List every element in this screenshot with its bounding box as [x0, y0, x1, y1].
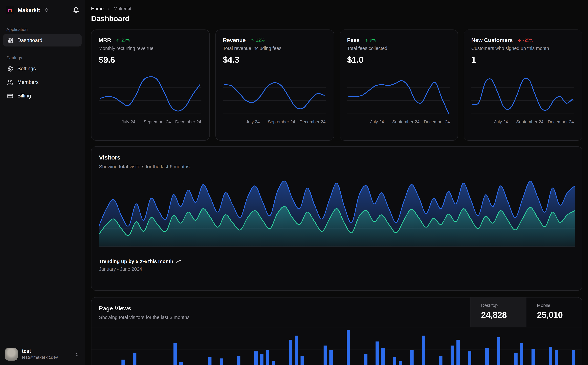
svg-text:December 24: December 24 — [548, 119, 574, 124]
sidebar-item-members[interactable]: Members — [3, 76, 82, 88]
svg-text:December 24: December 24 — [299, 119, 325, 124]
chevrons-up-down-icon — [75, 352, 80, 357]
stat-subtitle: Monthly recurring revenue — [99, 46, 202, 51]
page-views-header: Page Views Showing total visitors for th… — [91, 297, 582, 327]
sidebar-item-label: Dashboard — [17, 37, 42, 43]
app-root: m Makerkit Application Dashboard Setting… — [0, 0, 588, 365]
sidebar-section-settings: Settings — [0, 56, 85, 60]
breadcrumb: Home Makerkit — [91, 0, 582, 11]
user-avatar — [5, 348, 18, 361]
stat-title: New Customers — [471, 37, 513, 43]
chevrons-up-down-icon — [44, 8, 49, 13]
sidebar-item-label: Settings — [17, 66, 36, 71]
workspace-name: Makerkit — [18, 7, 40, 13]
page-views-title: Page Views — [99, 305, 463, 312]
stat-card-mrr: MRR 20% Monthly recurring revenue $9.6 J… — [91, 29, 210, 141]
trend-badge: 12% — [250, 38, 265, 42]
stat-value: 1 — [471, 55, 575, 65]
stat-subtitle: Total revenue including fees — [223, 46, 326, 51]
visitors-title: Visitors — [99, 154, 574, 161]
svg-text:September 24: September 24 — [392, 119, 419, 124]
svg-text:July 24: July 24 — [246, 119, 260, 124]
sidebar-nav-application: Dashboard — [0, 32, 85, 47]
breadcrumb-current[interactable]: Makerkit — [113, 6, 131, 11]
user-email: test@makerkit.dev — [22, 355, 58, 360]
sidebar-item-settings[interactable]: Settings — [3, 62, 82, 75]
sidebar-item-label: Billing — [17, 93, 31, 99]
user-menu[interactable]: test test@makerkit.dev — [0, 343, 85, 365]
desktop-value: 24,828 — [481, 310, 526, 320]
svg-text:December 24: December 24 — [424, 119, 450, 124]
trend-badge: -25% — [517, 38, 533, 42]
svg-text:September 24: September 24 — [516, 119, 544, 124]
visitors-area-chart — [99, 175, 575, 249]
svg-text:September 24: September 24 — [144, 119, 171, 124]
page-views-subtitle: Showing total visitors for the last 3 mo… — [99, 315, 463, 320]
toggle-desktop[interactable]: Desktop 24,828 — [470, 297, 526, 327]
trend-badge: 9% — [364, 38, 376, 42]
sidebar-item-dashboard[interactable]: Dashboard — [3, 34, 82, 47]
revenue-sparkline-chart: July 24September 24December 24 — [223, 70, 325, 126]
svg-text:December 24: December 24 — [175, 119, 201, 124]
arrow-down-icon — [517, 38, 521, 42]
toggle-mobile[interactable]: Mobile 25,010 — [526, 297, 582, 327]
page-views-bar-chart — [91, 327, 582, 365]
sidebar-item-label: Members — [17, 79, 39, 85]
stat-cards-row: MRR 20% Monthly recurring revenue $9.6 J… — [91, 29, 582, 141]
bell-icon[interactable] — [73, 7, 79, 13]
stat-title: Revenue — [223, 37, 246, 43]
makerkit-logo-icon: m — [6, 6, 14, 14]
users-icon — [7, 79, 13, 85]
mobile-value: 25,010 — [537, 310, 582, 320]
visitors-footer-sub: January - June 2024 — [99, 267, 574, 272]
trending-up-icon — [176, 259, 182, 264]
breadcrumb-home[interactable]: Home — [91, 6, 104, 11]
page-views-card: Page Views Showing total visitors for th… — [91, 297, 582, 365]
fees-sparkline-chart: July 24September 24December 24 — [347, 70, 450, 126]
user-name: test — [22, 348, 58, 355]
visitors-footer-main: Trending up by 5.2% this month — [99, 259, 574, 264]
mobile-label: Mobile — [537, 303, 582, 308]
svg-text:July 24: July 24 — [370, 119, 384, 124]
stat-title: MRR — [99, 37, 111, 43]
page-title: Dashboard — [91, 14, 582, 23]
stat-value: $1.0 — [347, 55, 450, 65]
stat-value: $4.3 — [223, 55, 326, 65]
sidebar-section-application: Application — [0, 27, 85, 32]
stat-card-fees: Fees 9% Total fees collected $1.0 July 2… — [339, 29, 458, 141]
user-info: test test@makerkit.dev — [22, 348, 58, 360]
sidebar-nav-settings: Settings Members Billing — [0, 60, 85, 102]
dashboard-icon — [7, 37, 13, 43]
chevron-right-icon — [106, 7, 111, 11]
stat-card-new-customers: New Customers -25% Customers who signed … — [464, 29, 582, 141]
visitors-card: Visitors Showing total visitors for the … — [91, 146, 582, 291]
stat-value: $9.6 — [99, 55, 202, 65]
sidebar-item-billing[interactable]: Billing — [3, 90, 82, 102]
stat-subtitle: Customers who signed up this month — [471, 46, 575, 51]
workspace-selector[interactable]: m Makerkit — [0, 0, 85, 18]
svg-text:July 24: July 24 — [122, 119, 135, 124]
arrow-up-icon — [364, 38, 368, 42]
credit-card-icon — [7, 93, 13, 99]
main-content: Home Makerkit Dashboard MRR 20% Monthly … — [85, 0, 588, 365]
new-customers-sparkline-chart: July 24September 24December 24 — [471, 70, 574, 126]
stat-card-revenue: Revenue 12% Total revenue including fees… — [215, 29, 334, 141]
arrow-up-icon — [116, 38, 120, 42]
visitors-subtitle: Showing total visitors for the last 6 mo… — [99, 164, 574, 169]
desktop-label: Desktop — [481, 303, 526, 308]
sidebar: m Makerkit Application Dashboard Setting… — [0, 0, 85, 365]
arrow-up-icon — [250, 38, 254, 42]
mrr-sparkline-chart: July 24September 24December 24 — [99, 70, 201, 126]
page-views-toggle: Desktop 24,828 Mobile 25,010 — [470, 297, 582, 327]
svg-text:September 24: September 24 — [268, 119, 295, 124]
svg-text:July 24: July 24 — [494, 119, 508, 124]
stat-title: Fees — [347, 37, 360, 43]
trend-badge: 20% — [116, 38, 130, 42]
gear-icon — [7, 65, 13, 72]
stat-subtitle: Total fees collected — [347, 46, 450, 51]
